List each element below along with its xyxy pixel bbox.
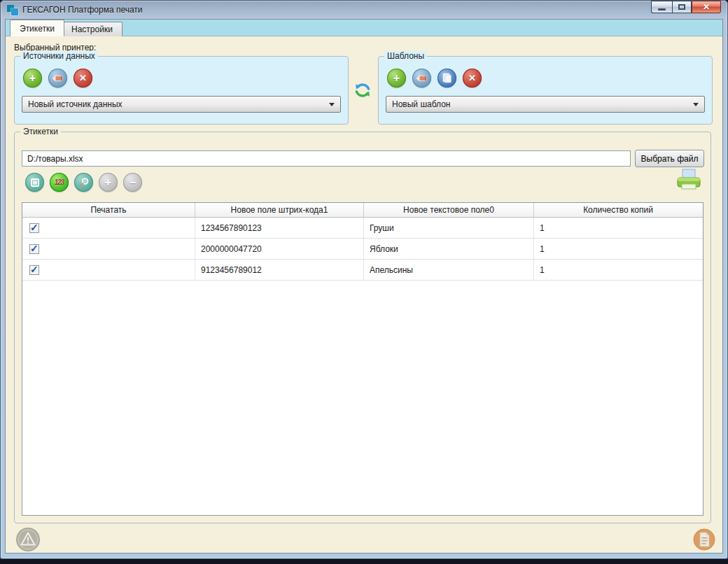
x-icon: ✕ [468,73,476,83]
table-header-row: Печатать Новое поле штрих-кода1 Новое те… [22,203,703,218]
data-sources-group: Источники данных + ✕ Новый источник данн… [14,56,349,125]
app-window: ГЕКСАГОН Платформа печати ✕ Этикетки Нас… [0,0,728,559]
data-sources-legend: Источники данных [20,51,98,61]
chevron-down-icon [693,103,699,106]
table-row: 1234567890123 Груши 1 [22,218,703,239]
select-all-button[interactable] [25,173,44,192]
text-cell: Груши [364,218,534,238]
close-icon: ✕ [703,3,710,11]
templates-legend: Шаблоны [384,51,427,61]
plus-icon: + [105,177,111,188]
copy-icon [442,73,451,83]
choose-file-button[interactable]: Выбрать файл [635,150,704,167]
x-icon: ✕ [79,73,87,83]
template-selected-value: Новый шаблон [392,99,693,109]
caption-buttons: ✕ [651,1,721,13]
column-header-copies[interactable]: Количество копий [534,203,702,217]
barcode-cell: 2000000047720 [195,239,364,259]
labels-legend: Этикетки [20,127,61,136]
column-header-text[interactable]: Новое текстовое поле0 [364,203,534,217]
data-source-select[interactable]: Новый источник данных [22,96,341,113]
sync-button[interactable] [354,81,372,99]
warning-icon [15,527,41,552]
barcode-cell: 1234567890123 [195,218,364,238]
pencil-icon [416,75,428,82]
edit-datasource-button[interactable] [48,69,67,87]
minimize-button[interactable] [651,1,672,13]
text-cell: Яблоки [364,239,534,259]
remove-row-button-disabled[interactable]: − [123,173,142,192]
template-select[interactable]: Новый шаблон [386,96,705,113]
templates-group: Шаблоны + [378,56,713,125]
log-document-button[interactable] [693,528,715,551]
labels-toolbar: 123 + − [15,173,710,194]
minimize-icon [658,8,666,10]
add-template-button[interactable]: + [387,69,406,87]
maximize-icon [678,4,685,10]
copies-cell: 1 [534,239,702,259]
printer-icon [676,169,702,192]
edit-template-button[interactable] [412,69,431,87]
tab-labels[interactable]: Этикетки [10,20,64,36]
plus-icon: + [29,73,36,84]
table-row: 9123456789012 Апельсины 1 [22,260,703,281]
maximize-button[interactable] [672,1,692,13]
table-row: 2000000047720 Яблоки 1 [22,239,703,260]
file-path-input[interactable] [22,150,631,167]
print-button[interactable] [676,169,702,192]
barcode-cell: 9123456789012 [195,260,364,280]
sync-icon [354,81,372,99]
close-button[interactable]: ✕ [692,1,721,13]
chevron-down-icon [329,103,335,106]
titlebar[interactable]: ГЕКСАГОН Платформа печати ✕ [0,0,728,20]
copies-cell: 1 [534,260,702,280]
table-empty-area [22,281,703,515]
labels-tab-content: Выбранный принтер: Источники данных + ✕ [6,36,722,553]
search-button[interactable] [74,173,93,192]
tab-strip: Этикетки Настройки [6,20,722,36]
copies-cell: 1 [534,218,702,238]
minus-icon: − [130,177,136,188]
text-cell: Апельсины [364,260,534,280]
column-header-barcode[interactable]: Новое поле штрих-кода1 [195,203,364,217]
add-row-button-disabled[interactable]: + [99,173,118,192]
add-datasource-button[interactable]: + [23,69,42,87]
tab-settings[interactable]: Настройки [62,22,122,36]
delete-template-button[interactable]: ✕ [463,69,482,87]
print-checkbox[interactable] [29,265,39,275]
document-icon [693,528,715,551]
column-header-print[interactable]: Печатать [22,203,195,217]
labels-table: Печатать Новое поле штрих-кода1 Новое те… [22,202,704,516]
plus-icon: + [393,73,400,84]
app-logo-icon [7,4,18,15]
delete-datasource-button[interactable]: ✕ [74,69,92,87]
print-checkbox[interactable] [29,244,39,254]
copy-template-button[interactable] [438,69,456,87]
search-icon [78,177,90,188]
numbering-123-icon: 123 [55,178,64,186]
window-title: ГЕКСАГОН Платформа печати [22,5,651,15]
client-area: Этикетки Настройки Выбранный принтер: Ис… [6,20,722,553]
labels-group: Этикетки Выбрать файл 123 [14,132,711,523]
print-checkbox[interactable] [29,223,39,233]
numbering-button[interactable]: 123 [50,173,69,192]
warning-button[interactable] [15,527,41,552]
pencil-icon [52,75,64,82]
select-all-checkbox-icon [31,178,39,187]
data-source-selected-value: Новый источник данных [28,99,329,109]
